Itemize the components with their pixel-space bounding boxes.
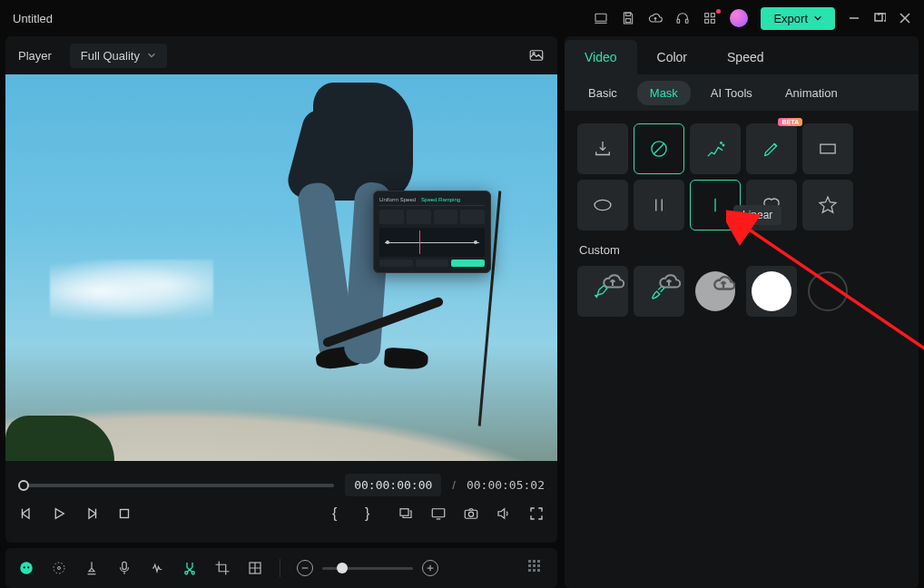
svg-rect-4	[686, 19, 689, 23]
save-icon[interactable]	[621, 11, 635, 25]
svg-rect-29	[821, 144, 835, 153]
custom-tile-empty-circle[interactable]	[802, 266, 853, 317]
avatar[interactable]	[730, 9, 748, 27]
custom-tile-gray-circle[interactable]	[690, 266, 741, 317]
auto-cut-icon[interactable]	[182, 560, 198, 576]
brace-open-icon[interactable]: {	[332, 505, 349, 522]
headphones-icon[interactable]	[675, 11, 690, 25]
play-button[interactable]	[51, 505, 67, 522]
svg-point-23	[185, 572, 188, 574]
grid-icon[interactable]	[247, 560, 263, 576]
subtab-mask[interactable]: Mask	[637, 81, 691, 105]
marker-icon[interactable]	[84, 560, 100, 576]
time-separator: /	[452, 478, 456, 492]
display-icon[interactable]	[430, 505, 447, 522]
quality-value: Full Quality	[81, 49, 140, 63]
custom-tile-pen[interactable]	[577, 266, 628, 317]
svg-rect-13	[400, 509, 408, 516]
mask-tile-ellipse[interactable]	[577, 180, 628, 230]
total-time: 00:00:05:02	[467, 478, 545, 492]
volume-icon[interactable]	[496, 505, 512, 522]
device-icon[interactable]	[594, 11, 608, 25]
svg-rect-14	[432, 509, 445, 517]
subtab-ai-tools[interactable]: AI Tools	[698, 81, 765, 105]
timeline-toolbar	[5, 548, 557, 588]
svg-rect-7	[705, 19, 709, 23]
custom-tile-brush[interactable]	[634, 266, 684, 317]
crop-icon[interactable]	[214, 560, 231, 576]
mask-tile-smart[interactable]	[690, 123, 741, 174]
title-bar: Untitled Export	[0, 0, 924, 36]
video-preview[interactable]: Uniform Speed Speed Ramping	[5, 74, 557, 461]
adjust-icon[interactable]	[51, 560, 67, 576]
window-title: Untitled	[13, 12, 53, 25]
sidebar-tabs: Video Color Speed	[565, 36, 919, 74]
svg-point-19	[27, 566, 29, 568]
svg-rect-12	[121, 510, 129, 518]
overlay-save-preset[interactable]	[416, 260, 449, 267]
sidebar-subtabs: Basic Mask AI Tools Animation	[565, 74, 919, 111]
mask-tile-split[interactable]	[634, 180, 684, 230]
subtab-animation[interactable]: Animation	[772, 81, 850, 105]
overlay-tab-ramping[interactable]: Speed Ramping	[421, 197, 460, 202]
svg-rect-2	[626, 19, 631, 23]
player-label: Player	[18, 49, 52, 63]
overlay-preset[interactable]	[460, 210, 485, 224]
seek-bar[interactable]	[18, 484, 334, 487]
aspect-icon[interactable]	[398, 505, 414, 522]
mask-tile-import[interactable]	[577, 123, 628, 174]
mask-tile-star[interactable]	[802, 180, 853, 230]
svg-point-20	[58, 567, 61, 570]
overlay-ok[interactable]	[451, 260, 485, 267]
svg-point-21	[54, 563, 64, 573]
zoom-out-button[interactable]	[297, 560, 313, 576]
ai-icon[interactable]	[18, 560, 34, 576]
subtab-basic[interactable]: Basic	[575, 81, 630, 105]
voiceover-icon[interactable]	[116, 560, 133, 576]
svg-rect-3	[677, 19, 680, 23]
zoom-in-button[interactable]	[422, 560, 438, 576]
overlay-preset[interactable]	[407, 210, 431, 224]
window-maximize-button[interactable]	[873, 12, 886, 24]
svg-rect-22	[123, 562, 127, 569]
overlay-preset[interactable]	[379, 210, 404, 224]
drag-handle-icon[interactable]	[528, 560, 545, 576]
tab-color[interactable]: Color	[637, 40, 707, 74]
tooltip-linear: Linear	[733, 205, 781, 225]
window-close-button[interactable]	[899, 12, 911, 24]
zoom-slider[interactable]	[322, 567, 413, 570]
overlay-graph[interactable]	[379, 228, 485, 257]
fullscreen-icon[interactable]	[528, 505, 545, 522]
export-button[interactable]: Export	[761, 7, 835, 30]
camera-icon[interactable]	[463, 505, 479, 522]
snapshot-icon[interactable]	[528, 47, 545, 64]
tab-speed[interactable]: Speed	[707, 40, 783, 74]
quality-select[interactable]: Full Quality	[70, 44, 167, 68]
svg-rect-5	[705, 14, 709, 17]
apps-grid-icon[interactable]	[703, 11, 717, 25]
zoom-thumb[interactable]	[337, 563, 348, 573]
export-label: Export	[773, 12, 808, 25]
audio-beat-icon[interactable]	[149, 560, 165, 576]
overlay-tab-uniform[interactable]: Uniform Speed	[379, 197, 416, 202]
player-panel: Player Full Quality	[5, 36, 557, 543]
mask-tile-none[interactable]	[634, 123, 684, 174]
current-time: 00:00:00:00	[345, 474, 441, 496]
mask-tile-draw[interactable]: BETA	[746, 123, 797, 174]
seek-thumb[interactable]	[18, 480, 29, 491]
stop-button[interactable]	[116, 505, 133, 522]
properties-sidebar: Video Color Speed Basic Mask AI Tools An…	[565, 36, 919, 588]
custom-tile-white-circle[interactable]	[746, 266, 797, 317]
svg-point-30	[595, 200, 611, 210]
mask-tile-rectangle[interactable]	[802, 123, 853, 174]
window-minimize-button[interactable]	[848, 12, 860, 24]
tab-video[interactable]: Video	[565, 40, 637, 74]
overlay-reset[interactable]	[379, 260, 413, 267]
next-frame-button[interactable]	[84, 505, 100, 522]
overlay-preset[interactable]	[434, 210, 458, 224]
brace-close-icon[interactable]: }	[365, 505, 381, 522]
svg-point-16	[468, 512, 473, 516]
prev-frame-button[interactable]	[18, 505, 34, 522]
speed-ramping-overlay[interactable]: Uniform Speed Speed Ramping	[373, 191, 491, 273]
cloud-upload-icon[interactable]	[648, 11, 663, 25]
